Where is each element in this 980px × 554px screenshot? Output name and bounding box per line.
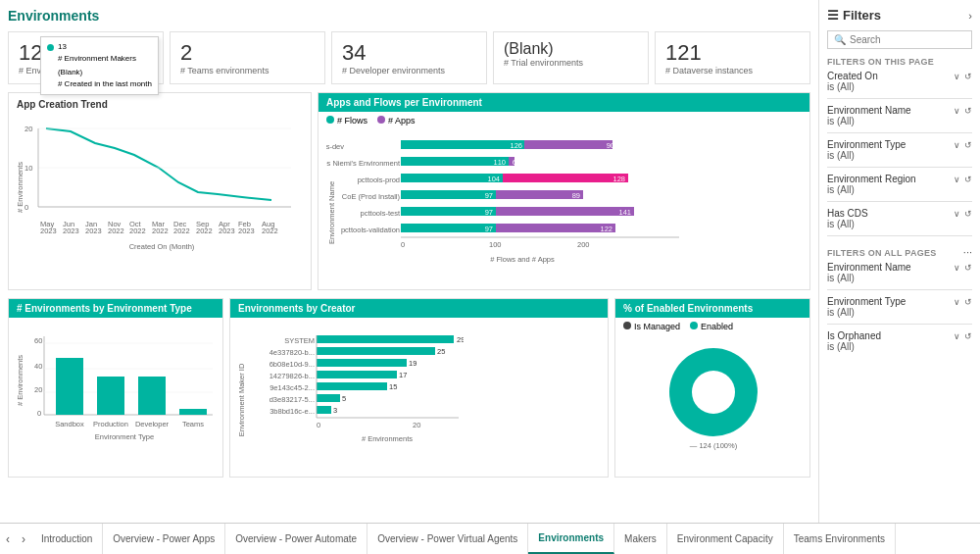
- env-pct-chart-title: % of Enabled Environments: [615, 299, 809, 318]
- tab-env-capacity[interactable]: Environment Capacity: [667, 524, 784, 554]
- flows-dot: [326, 116, 334, 124]
- filter-all-env-name-value: is (All): [827, 273, 972, 283]
- filter-env-region-reset[interactable]: ↺: [964, 175, 972, 184]
- filter-env-type-header: Environment Type ∨ ↺: [827, 139, 972, 150]
- tab-prev-arrow[interactable]: ‹: [0, 524, 16, 554]
- filter-env-region: Environment Region ∨ ↺ is (All): [827, 174, 972, 195]
- svg-text:128: 128: [612, 175, 625, 183]
- tabs-bar: ‹ › Introduction Overview - Power Apps O…: [0, 523, 980, 554]
- filter-env-type-label: Environment Type: [827, 139, 906, 150]
- svg-rect-50: [496, 190, 583, 199]
- env-creator-chart-card: Environments by Creator Environment Make…: [229, 298, 609, 478]
- svg-text:6b08e10d-9...: 6b08e10d-9...: [270, 360, 315, 369]
- stat-trial: (Blank) # Trial environments: [493, 31, 649, 84]
- svg-text:200: 200: [577, 240, 590, 249]
- filter-env-name-reset[interactable]: ↺: [964, 106, 972, 116]
- tooltip-line3: # Created in the last month: [58, 78, 152, 90]
- filter-env-name: Environment Name ∨ ↺ is (All): [827, 105, 972, 126]
- filter-is-orphaned-reset[interactable]: ↺: [964, 331, 972, 341]
- filter-env-name-chevron[interactable]: ∨: [954, 106, 960, 116]
- env-type-chart-title: # Environments by Environment Type: [9, 299, 222, 318]
- filter-env-region-chevron[interactable]: ∨: [954, 175, 960, 184]
- filter-env-region-label: Environment Region: [827, 174, 916, 184]
- filter-is-orphaned-chevron[interactable]: ∨: [954, 331, 960, 341]
- filter-env-type-reset[interactable]: ↺: [964, 140, 972, 150]
- svg-text:Teams: Teams: [182, 420, 204, 428]
- pct-legend-managed: Is Managed: [623, 322, 680, 331]
- svg-rect-95: [317, 359, 407, 367]
- svg-rect-92: [317, 347, 435, 355]
- svg-text:Developer: Developer: [135, 420, 170, 428]
- tab-overview-power-automate[interactable]: Overview - Power Automate: [225, 524, 368, 554]
- tooltip-blank-3: [47, 81, 54, 88]
- svg-text:2022: 2022: [129, 227, 146, 235]
- pct-legend: Is Managed Enabled: [623, 322, 802, 331]
- filter-created-on-name: Created On: [827, 71, 878, 81]
- trend-chart-card: App Creation Trend 20 10 0 # Environment…: [8, 92, 312, 290]
- svg-text:122: 122: [600, 225, 612, 233]
- tab-environments[interactable]: Environments: [528, 524, 614, 554]
- stat-label-teams: # Teams environments: [180, 66, 315, 76]
- filter-has-cds-reset[interactable]: ↺: [964, 209, 972, 219]
- flows-chart-card: Apps and Flows per Environment # Flows #…: [318, 92, 810, 290]
- filters-all-more[interactable]: ···: [963, 246, 972, 258]
- filter-all-env-name-chevron[interactable]: ∨: [954, 263, 960, 273]
- filter-env-type-value: is (All): [827, 150, 972, 161]
- filter-all-env-type-chevron[interactable]: ∨: [954, 297, 960, 307]
- filter-is-orphaned-controls: ∨ ↺: [954, 331, 972, 341]
- filters-title: ☰ Filters: [827, 8, 881, 23]
- filter-created-on-reset[interactable]: ↺: [964, 72, 972, 81]
- stat-value-trial: (Blank): [504, 40, 638, 58]
- trend-chart-svg: 20 10 0 # Environments May 2023 Jun 2023…: [17, 114, 307, 256]
- env-creator-chart-svg: Environment Maker ID SYSTEM 29 4e337820-…: [238, 322, 464, 469]
- search-box[interactable]: 🔍: [827, 30, 972, 49]
- tab-teams-environments[interactable]: Teams Environments: [784, 524, 896, 554]
- filter-all-env-name: Environment Name ∨ ↺ is (All): [827, 262, 972, 283]
- filter-all-env-type-controls: ∨ ↺: [954, 297, 972, 307]
- svg-text:0: 0: [317, 421, 320, 429]
- svg-text:100: 100: [489, 240, 502, 249]
- svg-rect-78: [97, 377, 124, 415]
- tab-overview-power-apps[interactable]: Overview - Power Apps: [103, 524, 225, 554]
- tab-makers[interactable]: Makers: [614, 524, 667, 554]
- svg-text:6: 6: [513, 158, 516, 167]
- filter-has-cds-chevron[interactable]: ∨: [954, 209, 960, 219]
- svg-rect-104: [317, 394, 340, 402]
- filter-env-region-header: Environment Region ∨ ↺: [827, 174, 972, 184]
- svg-text:3b8bd16c-e...: 3b8bd16c-e...: [270, 407, 315, 416]
- stat-teams: 2 # Teams environments: [170, 31, 325, 84]
- filters-title-text: Filters: [843, 8, 881, 23]
- filter-env-region-value: is (All): [827, 184, 972, 195]
- svg-rect-101: [317, 382, 387, 390]
- svg-text:5: 5: [342, 394, 346, 403]
- managed-dot: [623, 322, 631, 329]
- svg-text:2022: 2022: [173, 227, 190, 235]
- svg-text:— 124 (100%): — 124 (100%): [690, 441, 738, 450]
- tab-overview-pva[interactable]: Overview - Power Virtual Agents: [368, 524, 528, 554]
- filter-all-env-name-reset[interactable]: ↺: [964, 263, 972, 273]
- filters-collapse-icon[interactable]: ›: [968, 10, 972, 22]
- svg-text:2023: 2023: [219, 227, 235, 235]
- tooltip-count: 13: [58, 41, 67, 53]
- svg-rect-55: [496, 207, 634, 216]
- filter-all-env-type: Environment Type ∨ ↺ is (All): [827, 296, 972, 318]
- filter-created-on-chevron[interactable]: ∨: [954, 72, 960, 81]
- filter-all-env-type-reset[interactable]: ↺: [964, 297, 972, 307]
- tooltip-box: 13 # Environment Makers (Blank) # Create…: [40, 36, 159, 95]
- svg-text:pcttools-prod: pcttools-prod: [358, 176, 400, 184]
- svg-text:15: 15: [389, 382, 397, 391]
- svg-text:Sandbox: Sandbox: [55, 420, 84, 428]
- filter-is-orphaned: Is Orphaned ∨ ↺ is (All): [827, 330, 972, 352]
- filter-env-type-chevron[interactable]: ∨: [954, 140, 960, 150]
- search-input[interactable]: [850, 34, 965, 45]
- tab-introduction[interactable]: Introduction: [31, 524, 103, 554]
- filter-env-name-label: Environment Name: [827, 105, 911, 116]
- filter-is-orphaned-header: Is Orphaned ∨ ↺: [827, 330, 972, 341]
- search-icon: 🔍: [834, 34, 846, 45]
- apps-dot: [377, 116, 385, 124]
- tab-next-arrow[interactable]: ›: [16, 524, 31, 554]
- svg-text:2023: 2023: [238, 227, 255, 235]
- filter-is-orphaned-label: Is Orphaned: [827, 330, 881, 341]
- filter-env-type: Environment Type ∨ ↺ is (All): [827, 139, 972, 161]
- tooltip-line1: # Environment Makers: [58, 53, 136, 65]
